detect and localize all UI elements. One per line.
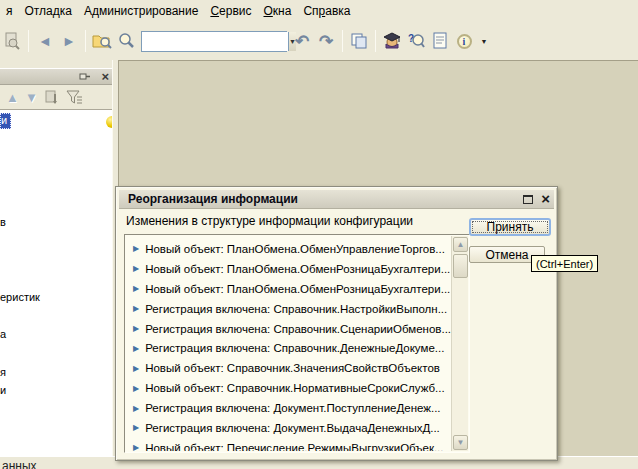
info-button[interactable]: i	[452, 29, 476, 53]
syntax-check-button[interactable]	[380, 29, 404, 53]
maximize-button[interactable]	[523, 195, 533, 204]
panel-titlebar[interactable]: ×	[0, 68, 112, 85]
toolbar-separator	[28, 30, 29, 52]
menu-item-partial[interactable]: я	[0, 2, 19, 20]
config-tree[interactable]: и в еристик а я и	[0, 109, 112, 456]
scroll-down-button[interactable]: ▼	[453, 435, 468, 450]
chevron-down-icon: ▼	[481, 38, 488, 45]
item-marker-icon: ▶	[133, 284, 139, 293]
scroll-up-button[interactable]: ▲	[453, 237, 468, 252]
tree-fragment[interactable]: в	[0, 216, 6, 228]
menu-item-spravka[interactable]: Справка	[297, 2, 356, 20]
menubar: я Отладка Администрирование Сервис Окна …	[0, 0, 638, 22]
panel-toolbar: ▲ ▼	[0, 86, 112, 109]
status-text: анных	[2, 459, 37, 469]
item-marker-icon: ▶	[133, 443, 139, 451]
menu-item-otladka[interactable]: Отладка	[19, 2, 78, 20]
graduate-icon	[382, 32, 402, 50]
scroll-thumb[interactable]	[453, 254, 468, 278]
scrollbar[interactable]: ▲ ▼	[451, 236, 468, 451]
preview-doc-glyph	[3, 32, 21, 50]
info-icon: i	[457, 34, 472, 49]
dialog-title: Реорганизация информации	[119, 192, 298, 206]
list-item[interactable]: ▶Регистрация включена: Справочник.Сценар…	[126, 319, 451, 339]
tree-fragment[interactable]: еристик	[0, 291, 40, 303]
history-back-icon: ↶	[295, 33, 309, 50]
filter-button[interactable]	[66, 90, 84, 105]
pin-icon[interactable]	[79, 73, 90, 83]
changes-list[interactable]: ▶Новый объект: ПланОбмена.ОбменУправлени…	[124, 234, 470, 453]
app-window: я Отладка Администрирование Сервис Окна …	[0, 0, 638, 469]
filter-icon	[66, 90, 84, 105]
template-doc-button[interactable]	[428, 29, 452, 53]
search-input[interactable]	[142, 32, 288, 51]
toolbar-separator	[85, 30, 86, 52]
back-icon: ◄	[38, 34, 52, 48]
dialog-titlebar[interactable]: Реорганизация информации ×	[119, 190, 554, 209]
changes-label: Изменения в структуре информации конфигу…	[126, 214, 413, 228]
toolbar-separator	[375, 30, 376, 52]
sort-button[interactable]	[44, 90, 60, 105]
help-search-icon: ?	[407, 32, 425, 50]
main-toolbar: ◄ ► ▼ ↶ ↷	[0, 22, 638, 60]
reorganization-dialog: Реорганизация информации × Изменения в с…	[115, 186, 558, 461]
list-item[interactable]: ▶Регистрация включена: Справочник.Настро…	[126, 299, 451, 319]
toolbar-options-button[interactable]: ▼	[476, 29, 490, 53]
item-marker-icon: ▶	[133, 404, 139, 413]
item-marker-icon: ▶	[133, 244, 139, 253]
list-item[interactable]: ▶Новый объект: Справочник.ЗначенияСвойст…	[126, 358, 451, 378]
layers-icon	[350, 32, 368, 50]
find-in-tree-button[interactable]	[90, 29, 114, 53]
item-marker-icon: ▶	[133, 423, 139, 432]
copy-windows-button[interactable]	[347, 29, 371, 53]
menu-item-servis[interactable]: Сервис	[204, 2, 257, 20]
document-icon	[432, 32, 448, 50]
close-button[interactable]: ×	[541, 192, 550, 206]
menu-item-administrirovanie[interactable]: Администрирование	[78, 2, 204, 20]
back-button[interactable]: ◄	[33, 29, 57, 53]
accept-button[interactable]: Принять	[469, 218, 551, 236]
move-up-button[interactable]: ▲	[6, 91, 19, 104]
folder-search-icon	[92, 32, 112, 50]
list-item[interactable]: ▶Регистрация включена: Документ.ВыдачаДе…	[126, 418, 451, 438]
menu-item-okna[interactable]: Окна	[257, 2, 297, 20]
search-icon	[117, 32, 135, 50]
toolbar-separator	[342, 30, 343, 52]
tree-fragment[interactable]: я	[0, 366, 6, 378]
help-search-button[interactable]: ?	[404, 29, 428, 53]
history-forward-icon: ↷	[319, 33, 333, 50]
panel-close-button[interactable]: ×	[101, 69, 109, 84]
list-item[interactable]: ▶Регистрация включена: Справочник.Денежн…	[126, 338, 451, 358]
item-marker-icon: ▶	[133, 264, 139, 273]
tree-fragment[interactable]: и	[0, 384, 6, 396]
move-down-button[interactable]: ▼	[25, 91, 38, 104]
forward-button[interactable]: ►	[57, 29, 81, 53]
preview-doc-icon[interactable]	[0, 29, 24, 53]
tree-fragment[interactable]: а	[0, 328, 6, 340]
list-item[interactable]: ▶Новый объект: Перечисление.РежимыВыгруз…	[126, 438, 451, 451]
item-marker-icon: ▶	[133, 364, 139, 373]
scroll-up-icon: ▲	[457, 240, 465, 249]
list-item[interactable]: ▶Новый объект: ПланОбмена.ОбменУправлени…	[126, 239, 451, 259]
item-marker-icon: ▶	[133, 384, 139, 393]
item-marker-icon: ▶	[133, 304, 139, 313]
list-item[interactable]: ▶Регистрация включена: Документ.Поступле…	[126, 398, 451, 418]
sort-icon	[44, 90, 60, 105]
item-marker-icon: ▶	[133, 324, 139, 333]
shortcut-tooltip: (Ctrl+Enter)	[531, 255, 598, 272]
scroll-down-icon: ▼	[457, 438, 465, 447]
history-back-button[interactable]: ↶	[290, 29, 314, 53]
history-forward-button[interactable]: ↷	[314, 29, 338, 53]
list-item[interactable]: ▶Новый объект: ПланОбмена.ОбменРозницаБу…	[126, 279, 451, 299]
search-button[interactable]	[114, 29, 138, 53]
list-item[interactable]: ▶Новый объект: ПланОбмена.ОбменРозницаБу…	[126, 259, 451, 279]
list-item[interactable]: ▶Новый объект: Справочник.НормативныеСро…	[126, 378, 451, 398]
tree-selected-item[interactable]: и	[0, 113, 11, 129]
item-marker-icon: ▶	[133, 344, 139, 353]
search-combobox[interactable]: ▼	[141, 31, 287, 52]
forward-icon: ►	[62, 34, 76, 48]
